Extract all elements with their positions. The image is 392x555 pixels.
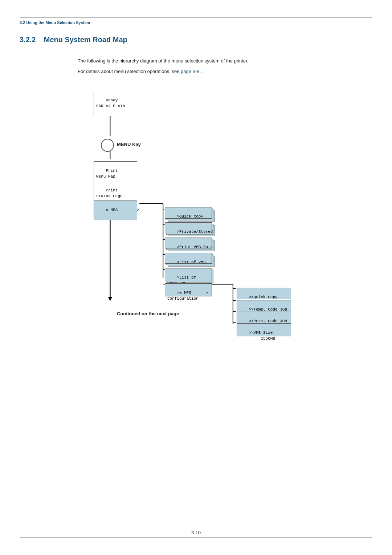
print-vmb-box: >Print VMB Data xyxy=(165,238,212,248)
section-title: 3.2.2 Menu System Road Map xyxy=(20,36,127,44)
svg-marker-5 xyxy=(108,297,113,301)
menu-key-label: MENU Key xyxy=(117,142,141,147)
perm-code-box: >>Perm. Code JOB Size 1550MB xyxy=(237,312,291,325)
top-border xyxy=(20,17,372,18)
quick-copy-box: >Quick Copy xyxy=(165,207,212,219)
page-link[interactable]: page 3-8 xyxy=(181,69,199,74)
bottom-border xyxy=(20,537,372,538)
list-code-box: >List of Code JOB xyxy=(165,268,212,281)
emps-config-box: >e-MPS > Configuration xyxy=(165,283,212,296)
ready-box: Ready PAR A4 PLAIN xyxy=(94,91,137,116)
list-vmb-box: >List of VMB xyxy=(165,253,212,264)
continued-label: Continued on the next page xyxy=(117,311,179,316)
private-stored-box: >Private/Stored xyxy=(165,222,212,233)
emps-box: e-MPS > xyxy=(94,200,137,220)
menu-key-circle xyxy=(101,139,114,152)
qq-copy-box: >>Quick Copy 32 xyxy=(237,288,291,299)
vmb-size-box: >>VMB Size 1550MB xyxy=(237,323,291,336)
breadcrumb: 3.2 Using the Menu Selection System xyxy=(20,20,90,25)
page-number: 3-10 xyxy=(191,530,201,535)
temp-code-box: >>Temp. Code JOB Size 1550MB xyxy=(237,300,291,313)
body-text: The following is the hierarchy diagram o… xyxy=(78,57,248,76)
